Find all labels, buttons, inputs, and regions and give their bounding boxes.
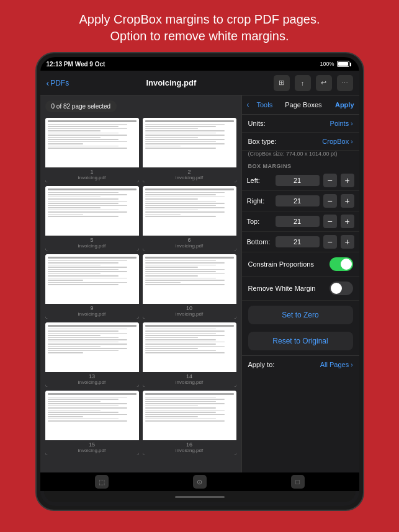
set-to-zero-button[interactable]: Set to Zero	[248, 306, 353, 324]
list-item[interactable]: 6 invoicing.pdf	[143, 186, 236, 250]
back-button[interactable]: ‹ PDFs	[47, 78, 69, 88]
box-type-chevron-icon: ›	[351, 138, 352, 145]
margin-top-decrement-button[interactable]: −	[323, 215, 337, 228]
cropbox-info: (CropBox size: 774.00 x 1014.00 pt)	[242, 151, 359, 159]
margin-left-input[interactable]	[276, 175, 320, 186]
home-indicator	[175, 496, 225, 498]
selection-badge: 0 of 82 page selected	[45, 100, 117, 112]
page-number: 9	[45, 305, 139, 311]
tab-tools[interactable]: Tools	[252, 99, 278, 110]
back-label: PDFs	[50, 79, 69, 87]
margin-bottom-decrement-button[interactable]: −	[323, 235, 337, 249]
margin-right-label: Right:	[247, 197, 272, 205]
pages-grid: 1 invoicing.pdf	[45, 118, 236, 455]
right-panel: ‹ Tools Page Boxes Apply Units: Points ›…	[241, 95, 359, 472]
nav-icon-more[interactable]: ⋯	[337, 75, 353, 91]
page-number: 2	[143, 169, 236, 175]
margin-top-row: Top: − +	[242, 211, 359, 232]
nav-icon-share[interactable]: ↑	[295, 75, 311, 91]
apply-to-chevron-icon: ›	[351, 361, 352, 368]
status-time: 12:13 PM Wed 9 Oct	[47, 61, 105, 68]
battery-percent: 100%	[320, 61, 334, 67]
constrain-label: Constrain Proportions	[248, 260, 314, 268]
reset-to-original-button[interactable]: Reset to Original	[248, 332, 353, 350]
box-margins-header: BOX MARGINS	[242, 159, 359, 171]
list-item[interactable]: 13 invoicing.pdf	[45, 322, 139, 387]
page-name: invoicing.pdf	[45, 243, 139, 249]
margin-bottom-input[interactable]	[276, 236, 320, 247]
header-line2: Option to remove white margins.	[79, 28, 320, 45]
home-bar	[44, 491, 356, 502]
margin-left-increment-button[interactable]: +	[341, 174, 354, 187]
apply-to-value: All Pages ›	[320, 361, 353, 368]
page-number: 13	[45, 373, 139, 379]
page-name: invoicing.pdf	[45, 175, 139, 180]
margin-left-row: Left: − +	[242, 171, 359, 191]
ipad-frame: 12:13 PM Wed 9 Oct 100% ‹ PDFs Invoicing…	[35, 52, 364, 511]
page-number: 16	[143, 441, 236, 448]
status-right: 100%	[320, 61, 349, 67]
margin-bottom-increment-button[interactable]: +	[341, 235, 354, 249]
bottom-dock: ⬚ ⊙ □	[40, 472, 359, 491]
page-number: 15	[45, 441, 139, 448]
page-number: 14	[143, 373, 236, 379]
panel-tabs: ‹ Tools Page Boxes Apply	[242, 95, 359, 115]
list-item[interactable]: 16 invoicing.pdf	[143, 391, 236, 455]
constrain-toggle[interactable]	[330, 257, 353, 271]
margin-top-increment-button[interactable]: +	[341, 215, 354, 228]
remove-white-label: Remove White Margin	[248, 285, 316, 292]
margin-right-decrement-button[interactable]: −	[323, 194, 337, 208]
margin-bottom-label: Bottom:	[247, 238, 272, 246]
main-content: 0 of 82 page selected	[40, 95, 359, 472]
dock-icon-1[interactable]: ⬚	[95, 475, 109, 489]
tab-apply[interactable]: Apply	[335, 101, 354, 109]
margin-right-increment-button[interactable]: +	[341, 194, 354, 208]
page-name: invoicing.pdf	[143, 243, 236, 249]
page-name: invoicing.pdf	[143, 379, 236, 385]
page-name: invoicing.pdf	[143, 448, 236, 453]
constrain-row: Constrain Proportions	[242, 252, 359, 277]
units-row[interactable]: Units: Points ›	[242, 115, 359, 133]
page-number: 10	[143, 305, 236, 311]
battery-icon	[337, 61, 349, 67]
nav-icons: ⊞ ↑ ↩ ⋯	[274, 75, 353, 91]
page-name: invoicing.pdf	[143, 175, 236, 180]
margin-right-input[interactable]	[276, 195, 320, 206]
nav-bar: ‹ PDFs Invoicing.pdf ⊞ ↑ ↩ ⋯	[40, 71, 359, 95]
pdf-grid[interactable]: 0 of 82 page selected	[40, 95, 241, 472]
units-label: Units:	[248, 120, 266, 127]
margin-top-label: Top:	[247, 218, 272, 225]
box-type-row[interactable]: Box type: CropBox ›	[242, 133, 359, 151]
status-bar: 12:13 PM Wed 9 Oct 100%	[40, 57, 359, 71]
remove-white-row: Remove White Margin	[242, 277, 359, 301]
list-item[interactable]: 5 invoicing.pdf	[45, 186, 139, 250]
tab-page-boxes[interactable]: Page Boxes	[280, 99, 326, 110]
back-chevron-icon: ‹	[47, 78, 50, 88]
list-item[interactable]: 2 invoicing.pdf	[143, 118, 236, 182]
box-type-value: CropBox ›	[322, 138, 352, 145]
page-name: invoicing.pdf	[143, 311, 236, 317]
page-number: 6	[143, 237, 236, 243]
list-item[interactable]: 10 invoicing.pdf	[143, 254, 236, 319]
box-type-label: Box type:	[248, 138, 277, 145]
nav-icon-grid[interactable]: ⊞	[274, 75, 290, 91]
header-text: Apply CropBox margins to crop PDF pages.…	[61, 0, 339, 52]
dock-icon-2[interactable]: ⊙	[193, 475, 207, 489]
units-chevron-icon: ›	[351, 120, 352, 127]
list-item[interactable]: 1 invoicing.pdf	[45, 118, 139, 182]
page-number: 5	[45, 237, 139, 243]
panel-back-icon: ‹	[247, 100, 249, 109]
margin-top-input[interactable]	[276, 216, 320, 227]
list-item[interactable]: 9 invoicing.pdf	[45, 254, 139, 319]
nav-icon-undo[interactable]: ↩	[316, 75, 332, 91]
remove-white-toggle[interactable]	[330, 282, 353, 295]
list-item[interactable]: 14 invoicing.pdf	[143, 322, 236, 387]
apply-to-row[interactable]: Apply to: All Pages ›	[242, 355, 359, 373]
margin-right-row: Right: − +	[242, 191, 359, 211]
margin-left-decrement-button[interactable]: −	[323, 174, 337, 187]
list-item[interactable]: 15 invoicing.pdf	[45, 391, 139, 455]
apply-to-label: Apply to:	[248, 361, 275, 368]
page-name: invoicing.pdf	[45, 448, 139, 453]
page-number: 1	[45, 169, 139, 175]
dock-icon-3[interactable]: □	[291, 475, 305, 489]
